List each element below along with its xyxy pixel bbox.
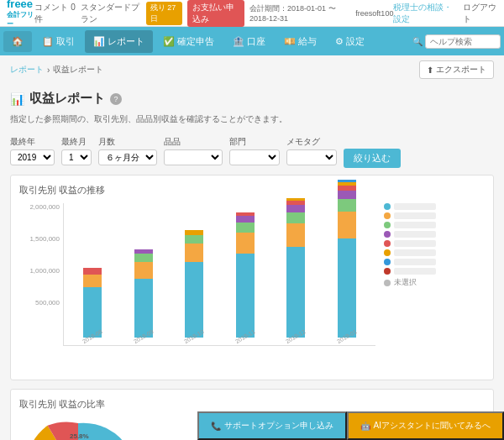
legend-dot-3 xyxy=(384,222,391,228)
bar-seg-5-1 xyxy=(286,247,305,338)
phone-icon: 📞 xyxy=(211,422,221,431)
plan-badge: スタンダードプラン xyxy=(81,2,141,25)
bar-chart-inner: 2,000,000 1,500,000 1,000,000 500,000 xyxy=(19,203,375,346)
memo-select-wrap xyxy=(286,149,337,165)
product-select[interactable] xyxy=(164,149,223,165)
nav-torihiki[interactable]: 📋 取引 xyxy=(34,30,83,53)
year-select-wrap: 20192018 xyxy=(10,149,55,165)
bar-seg-5-2 xyxy=(286,223,305,247)
year-select[interactable]: 20192018 xyxy=(10,149,55,165)
bar-chart-container: 2,000,000 1,500,000 1,000,000 500,000 xyxy=(19,203,375,371)
ai-icon: 🤖 xyxy=(360,422,370,431)
legend-dot-5 xyxy=(384,240,391,247)
page-title: 収益レポート xyxy=(29,91,105,107)
bar-seg-1-3 xyxy=(83,268,102,275)
legend-item-6 xyxy=(384,249,485,256)
nav-koza-label: 口座 xyxy=(247,35,265,48)
month-label: 最終月 xyxy=(61,136,92,148)
bar-stack-4 xyxy=(236,212,255,338)
bar-chart-legend: 未選択 xyxy=(384,203,485,371)
bar-seg-3-3 xyxy=(185,235,203,244)
settings-icon: ⚙ xyxy=(335,36,344,47)
legend-dot-7 xyxy=(384,259,391,265)
nav-bar: 🏠 📋 取引 📊 レポート ✅ 確定申告 🏦 口座 💴 給与 ⚙ 設定 🔍 xyxy=(0,27,504,55)
breadcrumb-separator: › xyxy=(47,65,50,75)
tax-link[interactable]: 税理士の相談・設定 xyxy=(393,2,455,25)
legend-dot-last xyxy=(384,280,391,286)
legend-text-5 xyxy=(394,240,436,247)
export-button[interactable]: ⬆ エクスポート xyxy=(419,60,494,79)
bar-seg-2-2 xyxy=(134,262,153,279)
filter-memo-group: メモタグ xyxy=(286,136,337,165)
logout-btn[interactable]: ログアウト xyxy=(463,2,497,25)
nav-kyuyo-label: 給与 xyxy=(298,35,317,48)
bar-group-2: 2018-09 xyxy=(120,249,168,345)
report-icon: 📊 xyxy=(93,36,105,47)
pie-chart-title: 取引先別 収益の比率 xyxy=(19,398,485,411)
filter-product-group: 品品 xyxy=(164,136,223,165)
bar-chart-area: 2,000,000 1,500,000 1,000,000 500,000 xyxy=(19,203,485,371)
legend-text-6 xyxy=(394,249,436,256)
bar-seg-1-2 xyxy=(83,275,102,287)
page-description: 指定した参照期間の、取引先別、品品別収益を確認することができます。 xyxy=(10,113,494,125)
nav-torihiki-label: 取引 xyxy=(56,35,75,48)
product-label: 品品 xyxy=(164,136,223,148)
memo-select[interactable] xyxy=(286,149,337,165)
bar-seg-4-3 xyxy=(236,223,255,233)
nav-kakutei[interactable]: ✅ 確定申告 xyxy=(155,30,223,53)
top-bar: freee 会計フリー コメント 0 件 スタンダードプラン 残り 27 日 お… xyxy=(0,0,504,27)
support-button[interactable]: 📞 サポートオプション申し込み xyxy=(197,411,347,440)
breadcrumb-parent[interactable]: レポート xyxy=(10,64,44,76)
y-label-2m: 2,000,000 xyxy=(29,203,60,211)
top-bar-center: コメント 0 件 スタンダードプラン 残り 27 日 お支払い申込み 会計期間：… xyxy=(34,0,393,27)
ai-button[interactable]: 🤖 AIアシスタントに聞いてみるへ xyxy=(347,411,504,440)
nav-settings[interactable]: ⚙ 設定 xyxy=(327,30,373,53)
logo-main: freee xyxy=(7,0,34,10)
bar-stack-1 xyxy=(83,268,102,338)
filter-period-group: 月数 ６ヶ月分３ヶ月分 xyxy=(98,136,157,165)
y-label-1m: 1,000,000 xyxy=(29,267,60,275)
help-icon[interactable]: ? xyxy=(110,93,122,105)
legend-text-7 xyxy=(394,259,436,265)
month-select[interactable]: 123 xyxy=(61,149,92,165)
y-label-500k: 500,000 xyxy=(35,299,60,306)
legend-dot-4 xyxy=(384,231,391,238)
top-bar-right: 税理士の相談・設定 ログアウト xyxy=(393,2,497,25)
title-icon: 📊 xyxy=(10,92,24,106)
bar-chart-title: 取引先別 収益の推移 xyxy=(19,184,485,196)
bar-seg-4-2 xyxy=(236,233,255,254)
bar-stack-6 xyxy=(338,180,356,338)
y-axis: 2,000,000 1,500,000 1,000,000 500,000 xyxy=(19,203,63,346)
bottom-buttons: 📞 サポートオプション申し込み 🤖 AIアシスタントに聞いてみるへ xyxy=(197,411,504,440)
bar-stack-5 xyxy=(286,198,305,338)
search-input[interactable] xyxy=(425,34,501,49)
nav-kakutei-label: 確定申告 xyxy=(177,35,214,48)
dept-label: 部門 xyxy=(229,136,280,148)
bar-chart-section: 取引先別 収益の推移 2,000,000 1,500,000 1,000,000… xyxy=(10,175,494,380)
dept-select-wrap xyxy=(229,149,280,165)
period-select[interactable]: ６ヶ月分３ヶ月分 xyxy=(98,149,157,165)
search-icon: 🔍 xyxy=(412,37,423,46)
nav-koza[interactable]: 🏦 口座 xyxy=(224,30,274,53)
bar-seg-4-1 xyxy=(236,254,255,338)
legend-item-5 xyxy=(384,240,485,247)
bar-seg-6-2 xyxy=(338,212,356,238)
content-area: 📊 収益レポート ? 指定した参照期間の、取引先別、品品別収益を確認することがで… xyxy=(0,84,504,440)
ai-label: AIアシスタントに聞いてみるへ xyxy=(374,420,491,432)
legend-text-1 xyxy=(394,203,436,210)
payment-badge[interactable]: お支払い申込み xyxy=(187,0,244,27)
memo-label: メモタグ xyxy=(286,136,337,148)
nav-home[interactable]: 🏠 xyxy=(3,31,32,52)
filter-row: 最終年 20192018 最終月 123 月数 ６ヶ月分３ヶ月分 xyxy=(10,134,494,168)
support-label: サポートオプション申し込み xyxy=(224,420,333,432)
bar-seg-6-1 xyxy=(338,238,356,338)
home-icon: 🏠 xyxy=(12,36,24,47)
legend-dot-6 xyxy=(384,249,391,256)
nav-kyuyo[interactable]: 💴 給与 xyxy=(276,30,325,53)
filter-button[interactable]: 絞り込む xyxy=(344,149,401,168)
dept-select[interactable] xyxy=(229,149,280,165)
bar-group-6: 2019-01 xyxy=(323,180,371,345)
nav-report[interactable]: 📊 レポート xyxy=(85,30,153,53)
legend-item-7 xyxy=(384,259,485,265)
pie-label-1: 25.8% xyxy=(70,432,89,440)
